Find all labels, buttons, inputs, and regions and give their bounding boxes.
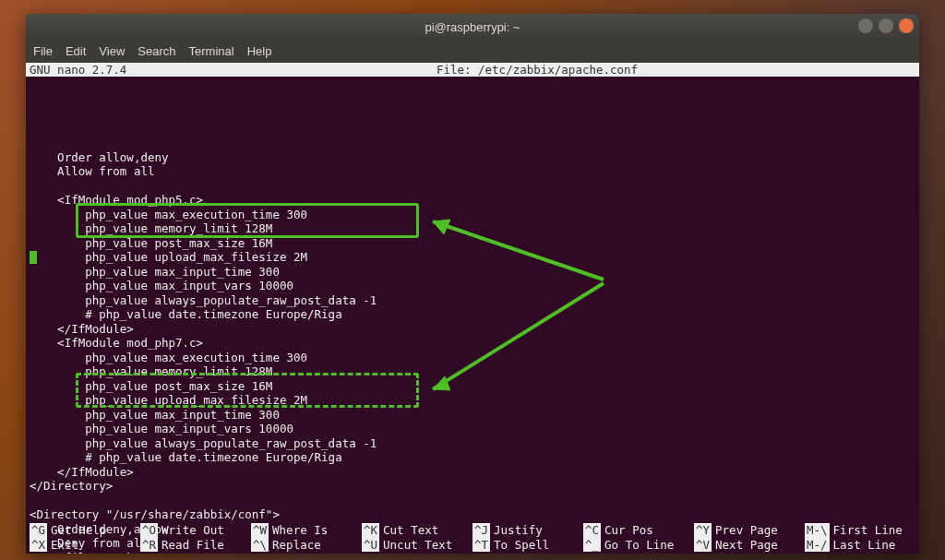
shortcut-uncut-text: ^UUncut Text <box>362 538 472 553</box>
shortcut-to-spell: ^TTo Spell <box>472 538 583 553</box>
content-line: php_value upload_max_filesize 2M <box>30 250 915 265</box>
nano-file: File: /etc/zabbix/apache.conf <box>159 63 915 77</box>
shortcut-key: ^X <box>30 538 47 553</box>
shortcut-key: M-/ <box>805 538 830 553</box>
shortcut-desc: Uncut Text <box>381 538 452 553</box>
shortcut-key: ^\ <box>251 538 269 553</box>
file-content[interactable]: Order allow,deny Allow from all <IfModul… <box>26 77 919 554</box>
shortcut-key: ^_ <box>583 538 601 553</box>
content-line: Order allow,deny <box>30 150 915 165</box>
minimize-icon[interactable] <box>858 18 873 33</box>
shortcut-desc: Last Line <box>831 538 896 553</box>
shortcut-cur-pos: ^CCur Pos <box>583 523 694 538</box>
shortcut-cut-text: ^KCut Text <box>362 523 472 538</box>
shortcut-replace: ^\Replace <box>251 538 362 553</box>
content-line: </Directory> <box>30 479 915 494</box>
content-line: php_value memory_limit 128M <box>30 221 915 236</box>
shortcut-desc: Get Help <box>49 523 106 538</box>
shortcut-last-line: M-/Last Line <box>805 538 915 553</box>
shortcut-desc: Next Page <box>713 538 778 553</box>
shortcut-key: ^R <box>140 538 158 553</box>
content-line: <Directory "/usr/share/zabbix/conf"> <box>30 507 915 522</box>
shortcut-write-out: ^OWrite Out <box>140 523 251 538</box>
content-line: php_value max_execution_time 300 <box>30 351 915 365</box>
nano-footer: ^GGet Help^OWrite Out^WWhere Is^KCut Tex… <box>26 523 919 554</box>
content-line <box>30 179 915 194</box>
shortcut-desc: Justify <box>492 523 543 538</box>
content-line: php_value max_input_vars 10000 <box>30 422 915 436</box>
nano-version: GNU nano 2.7.4 <box>30 63 159 77</box>
shortcut-key: ^C <box>583 523 601 538</box>
content-line: php_value max_execution_time 300 <box>30 208 915 222</box>
shortcut-go-to-line: ^_Go To Line <box>583 538 694 553</box>
shortcut-desc: Cur Pos <box>603 523 653 538</box>
menu-terminal[interactable]: Terminal <box>189 44 234 58</box>
menu-search[interactable]: Search <box>138 44 175 58</box>
shortcut-key: ^Y <box>694 523 712 538</box>
shortcut-desc: Prev Page <box>713 523 778 538</box>
shortcut-desc: To Spell <box>492 538 549 553</box>
shortcut-prev-page: ^YPrev Page <box>694 523 805 538</box>
shortcut-key: ^T <box>472 538 490 553</box>
titlebar: pi@raspberrypi: ~ <box>26 14 919 40</box>
content-line: php_value post_max_size 16M <box>30 236 915 251</box>
content-line <box>30 494 915 508</box>
shortcut-justify: ^JJustify <box>472 523 583 538</box>
shortcut-desc: First Line <box>831 523 903 538</box>
shortcut-key: M-\ <box>805 523 830 538</box>
shortcut-get-help: ^GGet Help <box>30 523 140 538</box>
shortcut-key: ^J <box>472 523 490 538</box>
shortcut-read-file: ^RRead File <box>140 538 251 553</box>
shortcut-desc: Write Out <box>160 523 224 538</box>
shortcut-exit: ^XExit <box>30 538 140 553</box>
content-line: php_value max_input_time 300 <box>30 408 915 423</box>
footer-row-2: ^XExit^RRead File^\Replace^UUncut Text^T… <box>30 538 915 553</box>
window-controls <box>858 18 914 33</box>
content-line: <IfModule mod_php7.c> <box>30 336 915 351</box>
content-line: php_value upload_max_filesize 2M <box>30 393 915 408</box>
content-line: Allow from all <box>30 164 915 179</box>
content-line: </IfModule> <box>30 322 915 337</box>
content-line: # php_value date.timezone Europe/Riga <box>30 450 915 465</box>
content-line: php_value max_input_time 300 <box>30 265 915 280</box>
shortcut-next-page: ^VNext Page <box>694 538 805 553</box>
shortcut-desc: Exit <box>49 538 78 553</box>
shortcut-first-line: M-\First Line <box>805 523 915 538</box>
content-line: <IfModule mod_php5.c> <box>30 193 915 208</box>
menu-view[interactable]: View <box>99 44 125 58</box>
text-cursor <box>30 251 37 264</box>
content-line: # php_value date.timezone Europe/Riga <box>30 307 915 322</box>
menu-help[interactable]: Help <box>247 44 272 58</box>
shortcut-key: ^G <box>30 523 47 538</box>
content-line: php_value post_max_size 16M <box>30 379 915 394</box>
shortcut-desc: Go To Line <box>603 538 674 553</box>
maximize-icon[interactable] <box>879 18 893 33</box>
terminal-window: pi@raspberrypi: ~ File Edit View Search … <box>26 14 919 554</box>
shortcut-where-is: ^WWhere Is <box>251 523 362 538</box>
shortcut-desc: Read File <box>160 538 224 553</box>
terminal-viewport[interactable]: GNU nano 2.7.4 File: /etc/zabbix/apache.… <box>26 63 919 554</box>
shortcut-key: ^O <box>140 523 158 538</box>
footer-row-1: ^GGet Help^OWrite Out^WWhere Is^KCut Tex… <box>30 523 915 538</box>
nano-header: GNU nano 2.7.4 File: /etc/zabbix/apache.… <box>26 63 919 77</box>
shortcut-key: ^W <box>251 523 269 538</box>
content-line: php_value always_populate_raw_post_data … <box>30 293 915 308</box>
content-line <box>30 136 915 150</box>
shortcut-desc: Cut Text <box>381 523 438 538</box>
content-line: php_value max_input_vars 10000 <box>30 279 915 293</box>
menubar: File Edit View Search Terminal Help <box>26 40 919 63</box>
menu-file[interactable]: File <box>33 44 53 58</box>
content-line: </IfModule> <box>30 465 915 480</box>
menu-edit[interactable]: Edit <box>66 44 86 58</box>
close-icon[interactable] <box>899 18 914 33</box>
content-line: php_value memory_limit 128M <box>30 364 915 379</box>
shortcut-desc: Where Is <box>270 523 328 538</box>
shortcut-key: ^U <box>362 538 379 553</box>
window-title: pi@raspberrypi: ~ <box>425 20 520 34</box>
shortcut-desc: Replace <box>270 538 321 553</box>
shortcut-key: ^K <box>362 523 379 538</box>
shortcut-key: ^V <box>694 538 712 553</box>
content-line: php_value always_populate_raw_post_data … <box>30 436 915 451</box>
